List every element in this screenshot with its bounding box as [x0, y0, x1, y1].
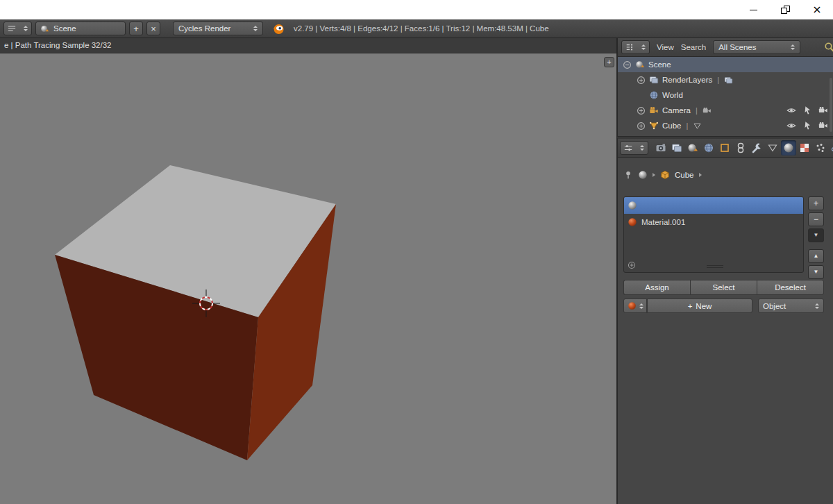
texture-checker-icon	[799, 142, 810, 153]
selectability-cursor-icon[interactable]	[802, 106, 812, 115]
restore-button[interactable]	[769, 0, 801, 19]
browse-material-button[interactable]	[623, 299, 647, 313]
material-sphere-icon	[628, 301, 637, 310]
material-panel: Cube Material.001 + − ▼ ▲ ▼ Assign	[618, 158, 833, 504]
chevron-updown-icon	[637, 44, 646, 50]
properties-editor: Cube Material.001 + − ▼ ▲ ▼ Assign	[617, 137, 833, 504]
search-icon[interactable]	[824, 42, 833, 53]
properties-header	[618, 139, 833, 158]
outliner-label: World	[662, 91, 683, 99]
move-slot-down-button[interactable]: ▼	[808, 265, 824, 279]
pin-icon[interactable]	[623, 170, 633, 180]
material-link-dropdown[interactable]: Object	[758, 299, 824, 313]
expand-icon[interactable]	[637, 121, 646, 131]
tab-scene[interactable]	[685, 140, 700, 156]
visibility-eye-icon[interactable]	[786, 106, 796, 115]
material-sphere-icon	[628, 201, 637, 210]
outliner-label: Cube	[662, 121, 682, 130]
editor-type-button[interactable]	[620, 141, 648, 155]
display-mode-dropdown[interactable]: All Scenes	[713, 40, 800, 54]
collapse-icon[interactable]	[623, 60, 632, 69]
tab-world[interactable]	[701, 140, 716, 156]
tab-modifiers[interactable]	[749, 140, 764, 156]
close-icon: ×	[812, 4, 821, 15]
editor-type-button[interactable]	[621, 40, 650, 54]
constraints-icon	[735, 142, 746, 153]
plus-icon: +	[607, 58, 611, 66]
tab-material[interactable]	[781, 140, 796, 156]
info-editor-icon	[8, 24, 16, 33]
3d-viewport[interactable]: e | Path Tracing Sample 32/32 +	[0, 38, 617, 504]
slot-list-buttons: + − ▼ ▲ ▼	[808, 196, 824, 281]
outliner-row-camera[interactable]: Camera |	[618, 103, 833, 118]
close-button[interactable]: ×	[801, 0, 833, 19]
chevron-updown-icon	[638, 303, 643, 309]
tab-render-layers[interactable]	[669, 140, 684, 156]
tab-texture[interactable]	[797, 140, 812, 156]
restriction-toggles	[786, 118, 828, 133]
scene-datablock-icon	[40, 24, 49, 33]
triangle-down-icon: ▼	[814, 233, 819, 238]
material-slot-selected[interactable]	[624, 197, 803, 214]
menu-search[interactable]: Search	[681, 43, 706, 51]
outliner-row-world[interactable]: World	[618, 87, 833, 103]
render-status-bar: e | Path Tracing Sample 32/32	[0, 38, 616, 53]
world-icon	[703, 142, 714, 153]
expand-icon[interactable]	[637, 76, 646, 85]
add-slot-button[interactable]: +	[808, 196, 824, 210]
unlink-scene-button[interactable]: ×	[146, 22, 160, 35]
renderability-camera-icon[interactable]	[818, 106, 828, 115]
menu-view[interactable]: View	[657, 43, 674, 51]
tab-physics[interactable]	[829, 140, 833, 156]
list-resize-grip[interactable]	[707, 264, 723, 269]
material-link-value: Object	[763, 302, 786, 310]
tab-object-data[interactable]	[765, 140, 780, 156]
material-slot[interactable]: Material.001	[624, 214, 803, 230]
move-slot-up-button[interactable]: ▲	[808, 249, 824, 263]
world-icon	[649, 90, 659, 100]
tab-constraints[interactable]	[733, 140, 748, 156]
mesh-object-icon	[649, 121, 659, 131]
add-scene-button[interactable]: +	[129, 22, 143, 35]
scene-name-field[interactable]: Scene	[35, 22, 126, 35]
tab-object[interactable]	[717, 140, 732, 156]
chevron-updown-icon	[19, 26, 28, 31]
scene-icon	[635, 60, 645, 69]
visibility-eye-icon[interactable]	[786, 121, 796, 131]
outliner-editor: View Search All Scenes Scene RenderLayer…	[617, 38, 833, 137]
outliner-scrollbar[interactable]	[830, 78, 832, 132]
list-filter-icon[interactable]	[628, 261, 636, 269]
cube-icon	[660, 170, 670, 180]
select-button[interactable]: Select	[690, 280, 757, 295]
tab-particles[interactable]	[813, 140, 828, 156]
minimize-button[interactable]	[737, 0, 769, 19]
selectability-cursor-icon[interactable]	[802, 121, 812, 131]
scene-icon	[687, 142, 698, 153]
render-layers-icon	[671, 142, 682, 153]
material-slot-list[interactable]: Material.001	[623, 196, 804, 273]
triangle-up-icon: ▲	[814, 253, 819, 259]
scene-name-value: Scene	[53, 24, 76, 33]
expand-icon[interactable]	[637, 106, 646, 115]
outliner-row-cube[interactable]: Cube |	[618, 118, 833, 133]
triangle-down-icon: ▼	[814, 269, 819, 275]
render-engine-dropdown[interactable]: Cycles Render	[173, 22, 263, 35]
region-expand-button[interactable]: +	[604, 57, 614, 67]
modifiers-wrench-icon	[751, 142, 762, 153]
chevron-updown-icon	[786, 44, 795, 50]
assign-button[interactable]: Assign	[623, 280, 690, 295]
slot-specials-button[interactable]: ▼	[808, 228, 824, 242]
tab-render[interactable]	[653, 140, 668, 156]
spacer	[808, 244, 824, 249]
editor-type-button[interactable]	[3, 22, 32, 35]
outliner-row-scene[interactable]: Scene	[618, 57, 833, 72]
remove-slot-button[interactable]: −	[808, 212, 824, 226]
deselect-button[interactable]: Deselect	[757, 280, 824, 295]
renderability-camera-icon[interactable]	[818, 121, 828, 131]
new-material-button[interactable]: + New	[647, 299, 752, 313]
outliner-label: Scene	[648, 60, 671, 69]
material-datablock-row: + New Object	[623, 299, 824, 313]
outliner-row-renderlayers[interactable]: RenderLayers |	[618, 72, 833, 87]
minimize-icon	[750, 10, 757, 10]
breadcrumb: Cube	[623, 170, 702, 180]
